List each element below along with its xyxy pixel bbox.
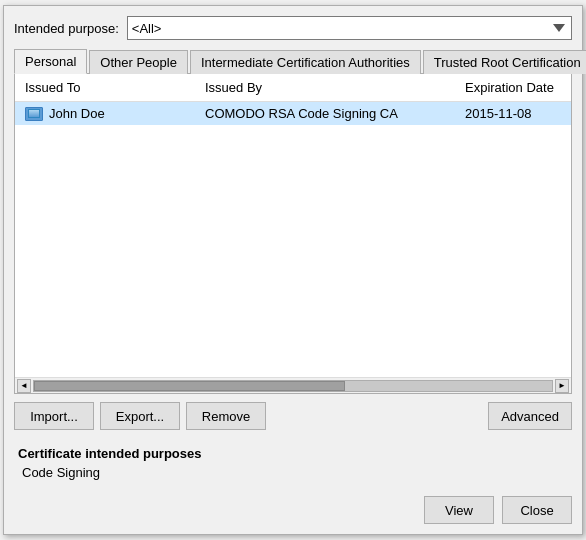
intended-purpose-label: Intended purpose: — [14, 21, 119, 36]
certificates-dialog: Intended purpose: <All>Server Authentica… — [3, 5, 583, 535]
advanced-button[interactable]: Advanced — [488, 402, 572, 430]
cert-table: Issued To Issued By Expiration Date John… — [15, 74, 571, 393]
tab-trusted-root[interactable]: Trusted Root Certification — [423, 50, 586, 74]
tab-content: Issued To Issued By Expiration Date John… — [14, 74, 572, 394]
bottom-button-row: View Close — [14, 496, 572, 524]
scroll-track[interactable] — [33, 380, 553, 392]
cert-icon — [25, 107, 43, 121]
import-button[interactable]: Import... — [14, 402, 94, 430]
cert-info-label: Certificate intended purposes — [18, 446, 568, 461]
horizontal-scrollbar: ◄ ► — [15, 377, 571, 393]
cert-issued-by: COMODO RSA Code Signing CA — [205, 106, 465, 121]
header-expiration-date: Expiration Date — [465, 80, 561, 95]
intended-purpose-row: Intended purpose: <All>Server Authentica… — [14, 16, 572, 40]
cert-expiration-date: 2015-11-08 — [465, 106, 561, 121]
scroll-thumb — [34, 381, 345, 391]
scroll-right-button[interactable]: ► — [555, 379, 569, 393]
remove-button[interactable]: Remove — [186, 402, 266, 430]
cert-name-cell: John Doe — [25, 106, 205, 121]
cert-table-header: Issued To Issued By Expiration Date — [15, 74, 571, 102]
action-button-row: Import... Export... Remove Advanced — [14, 402, 572, 430]
export-button[interactable]: Export... — [100, 402, 180, 430]
header-issued-by: Issued By — [205, 80, 465, 95]
tab-bar: Personal Other People Intermediate Certi… — [14, 48, 572, 74]
tab-personal[interactable]: Personal — [14, 49, 87, 74]
intended-purpose-select[interactable]: <All>Server AuthenticationClient Authent… — [127, 16, 572, 40]
cert-table-body: John Doe COMODO RSA Code Signing CA 2015… — [15, 102, 571, 377]
cert-purpose: Code Signing — [18, 465, 568, 480]
table-row[interactable]: John Doe COMODO RSA Code Signing CA 2015… — [15, 102, 571, 125]
scroll-left-button[interactable]: ◄ — [17, 379, 31, 393]
tab-intermediate-ca[interactable]: Intermediate Certification Authorities — [190, 50, 421, 74]
view-button[interactable]: View — [424, 496, 494, 524]
close-button[interactable]: Close — [502, 496, 572, 524]
header-issued-to: Issued To — [25, 80, 205, 95]
cert-issued-to: John Doe — [49, 106, 105, 121]
tabs-container: Personal Other People Intermediate Certi… — [14, 48, 572, 394]
tab-other-people[interactable]: Other People — [89, 50, 188, 74]
cert-info-section: Certificate intended purposes Code Signi… — [14, 438, 572, 484]
